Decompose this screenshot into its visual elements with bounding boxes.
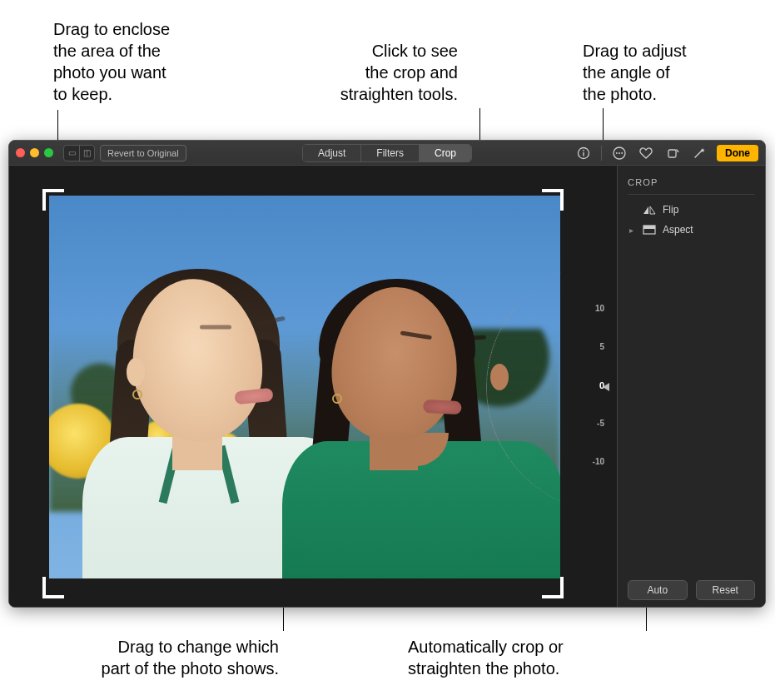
sidebar-item-label: Flip <box>663 204 678 216</box>
svg-rect-1 <box>583 152 584 156</box>
tab-filters[interactable]: Filters <box>360 145 419 161</box>
callout-auto: Automatically crop orstraighten the phot… <box>408 636 624 679</box>
sidebar-footer: Auto Reset <box>628 573 755 600</box>
done-button[interactable]: Done <box>717 145 758 161</box>
crop-handle-bottom-left[interactable] <box>42 577 64 598</box>
tab-adjust[interactable]: Adjust <box>303 145 360 161</box>
svg-point-5 <box>619 152 620 154</box>
auto-enhance-wand-icon[interactable] <box>690 144 708 162</box>
straighten-angle-dial[interactable]: 10 5 0 -5 -10 <box>557 295 607 479</box>
photos-edit-window: ▭ ◫ Revert to Original Adjust Filters Cr… <box>8 140 766 608</box>
close-window-button[interactable] <box>16 148 25 157</box>
flip-icon <box>643 205 656 215</box>
sidebar-item-flip[interactable]: Flip <box>628 200 755 220</box>
svg-rect-9 <box>643 226 655 229</box>
callout-crop-box: Drag to enclosethe area of thephoto you … <box>53 18 211 105</box>
auto-crop-button[interactable]: Auto <box>628 580 688 600</box>
reset-crop-button[interactable]: Reset <box>696 580 756 600</box>
info-icon[interactable] <box>574 144 593 162</box>
svg-point-6 <box>621 152 623 154</box>
tab-crop[interactable]: Crop <box>419 145 471 161</box>
dial-pointer-icon <box>603 383 609 391</box>
minimize-window-button[interactable] <box>30 148 39 157</box>
dial-tick: 10 <box>579 304 604 313</box>
callout-crop-tab: Click to seethe crop andstraighten tools… <box>308 40 458 105</box>
dial-tick: -5 <box>579 419 604 428</box>
rotate-icon[interactable] <box>663 144 682 162</box>
crop-handle-bottom-right[interactable] <box>542 577 564 598</box>
photo-canvas-area: 10 5 0 -5 -10 <box>9 166 617 608</box>
crop-handle-top-right[interactable] <box>542 189 564 211</box>
dial-tick-center: 0 <box>579 380 604 390</box>
window-controls <box>16 148 53 157</box>
callout-angle: Drag to adjustthe angle ofthe photo. <box>583 40 733 105</box>
disclosure-triangle-icon: ▸ <box>629 226 636 235</box>
sidebar-item-label: Aspect <box>663 224 693 236</box>
sidebar-item-aspect[interactable]: ▸ Aspect <box>628 220 755 240</box>
svg-point-2 <box>583 149 584 151</box>
svg-point-4 <box>616 152 618 154</box>
revert-to-original-button[interactable]: Revert to Original <box>100 145 186 161</box>
dial-tick: -10 <box>579 457 604 466</box>
toolbar-right: Done <box>574 144 758 162</box>
svg-rect-7 <box>668 150 676 157</box>
crop-sidebar: CROP Flip ▸ Aspect Auto Reset <box>617 166 765 608</box>
toolbar-divider <box>601 146 602 161</box>
editor-content: 10 5 0 -5 -10 CROP Flip ▸ <box>9 166 765 608</box>
single-photo-view-icon[interactable]: ▭ <box>64 146 79 161</box>
compare-view-icon[interactable]: ◫ <box>79 146 94 161</box>
photo[interactable] <box>49 196 560 578</box>
aspect-ratio-icon <box>643 225 656 235</box>
crop-handle-top-left[interactable] <box>42 189 64 211</box>
callout-pan: Drag to change whichpart of the photo sh… <box>46 636 279 679</box>
window-toolbar: ▭ ◫ Revert to Original Adjust Filters Cr… <box>9 141 765 166</box>
view-mode-toggle[interactable]: ▭ ◫ <box>63 145 95 161</box>
zoom-window-button[interactable] <box>44 148 53 157</box>
more-options-icon[interactable] <box>610 144 628 162</box>
favorite-heart-icon[interactable] <box>637 144 655 162</box>
edit-mode-tabs: Adjust Filters Crop <box>302 144 472 162</box>
dial-tick: 5 <box>579 342 604 351</box>
sidebar-title: CROP <box>628 174 755 195</box>
